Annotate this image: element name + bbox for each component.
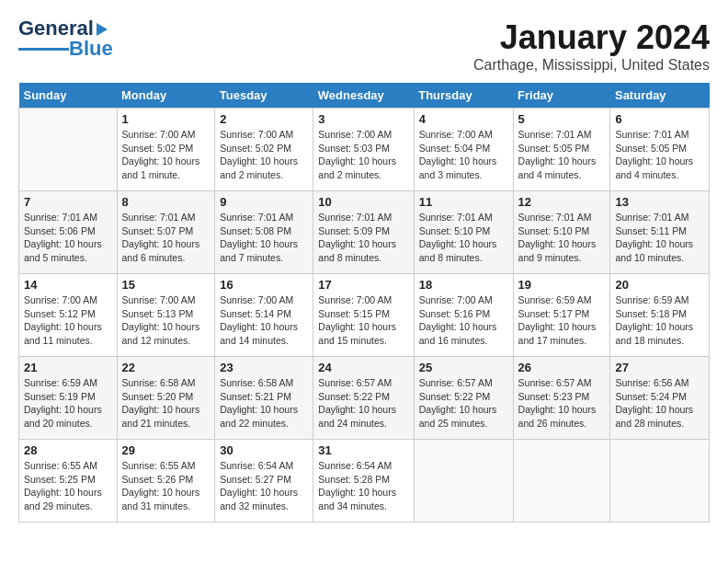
- calendar-week-4: 21Sunrise: 6:59 AM Sunset: 5:19 PM Dayli…: [19, 357, 710, 440]
- day-number: 31: [318, 443, 408, 457]
- calendar-cell: 27Sunrise: 6:56 AM Sunset: 5:24 PM Dayli…: [610, 357, 710, 440]
- calendar-cell: 11Sunrise: 7:01 AM Sunset: 5:10 PM Dayli…: [414, 191, 513, 274]
- day-number: 9: [220, 195, 308, 209]
- calendar-cell: 12Sunrise: 7:01 AM Sunset: 5:10 PM Dayli…: [513, 191, 610, 274]
- day-number: 18: [419, 278, 508, 292]
- day-info: Sunrise: 7:00 AM Sunset: 5:03 PM Dayligh…: [318, 128, 408, 182]
- calendar-cell: 8Sunrise: 7:01 AM Sunset: 5:07 PM Daylig…: [117, 191, 215, 274]
- logo: General Blue: [18, 18, 113, 61]
- day-info: Sunrise: 6:54 AM Sunset: 5:28 PM Dayligh…: [318, 459, 408, 513]
- calendar-table: SundayMondayTuesdayWednesdayThursdayFrid…: [18, 83, 710, 523]
- calendar-week-3: 14Sunrise: 7:00 AM Sunset: 5:12 PM Dayli…: [19, 274, 710, 357]
- calendar-cell: 31Sunrise: 6:54 AM Sunset: 5:28 PM Dayli…: [313, 440, 414, 523]
- day-info: Sunrise: 7:00 AM Sunset: 5:02 PM Dayligh…: [220, 128, 308, 182]
- day-number: 20: [615, 278, 704, 292]
- day-info: Sunrise: 7:00 AM Sunset: 5:02 PM Dayligh…: [122, 128, 210, 182]
- day-info: Sunrise: 6:55 AM Sunset: 5:25 PM Dayligh…: [24, 459, 112, 513]
- calendar-cell: [610, 440, 710, 523]
- calendar-cell: 5Sunrise: 7:01 AM Sunset: 5:05 PM Daylig…: [513, 109, 610, 191]
- weekday-header-row: SundayMondayTuesdayWednesdayThursdayFrid…: [19, 83, 710, 109]
- calendar-week-5: 28Sunrise: 6:55 AM Sunset: 5:25 PM Dayli…: [19, 440, 710, 523]
- day-info: Sunrise: 6:57 AM Sunset: 5:22 PM Dayligh…: [419, 376, 508, 431]
- calendar-cell: 26Sunrise: 6:57 AM Sunset: 5:23 PM Dayli…: [513, 357, 610, 440]
- calendar-cell: 22Sunrise: 6:58 AM Sunset: 5:20 PM Dayli…: [117, 357, 215, 440]
- day-info: Sunrise: 6:59 AM Sunset: 5:18 PM Dayligh…: [615, 293, 704, 348]
- day-info: Sunrise: 7:00 AM Sunset: 5:16 PM Dayligh…: [419, 293, 508, 348]
- day-number: 13: [615, 195, 704, 209]
- weekday-header-sunday: Sunday: [19, 83, 118, 109]
- day-number: 3: [318, 112, 408, 126]
- day-info: Sunrise: 6:57 AM Sunset: 5:22 PM Dayligh…: [318, 376, 408, 431]
- day-info: Sunrise: 7:00 AM Sunset: 5:14 PM Dayligh…: [220, 293, 308, 348]
- calendar-cell: [19, 109, 118, 191]
- day-info: Sunrise: 7:01 AM Sunset: 5:10 PM Dayligh…: [419, 211, 508, 265]
- day-info: Sunrise: 7:01 AM Sunset: 5:09 PM Dayligh…: [318, 211, 408, 265]
- day-number: 11: [419, 195, 508, 209]
- calendar-cell: [414, 440, 513, 523]
- day-info: Sunrise: 7:01 AM Sunset: 5:06 PM Dayligh…: [24, 211, 112, 265]
- title-section: January 2024 Carthage, Mississippi, Unit…: [473, 18, 710, 74]
- day-number: 1: [122, 112, 210, 126]
- calendar-cell: 17Sunrise: 7:00 AM Sunset: 5:15 PM Dayli…: [313, 274, 414, 357]
- day-info: Sunrise: 6:57 AM Sunset: 5:23 PM Dayligh…: [518, 376, 606, 431]
- calendar-cell: 16Sunrise: 7:00 AM Sunset: 5:14 PM Dayli…: [215, 274, 313, 357]
- calendar-cell: 14Sunrise: 7:00 AM Sunset: 5:12 PM Dayli…: [19, 274, 118, 357]
- calendar-cell: 25Sunrise: 6:57 AM Sunset: 5:22 PM Dayli…: [414, 357, 513, 440]
- calendar-cell: 18Sunrise: 7:00 AM Sunset: 5:16 PM Dayli…: [414, 274, 513, 357]
- calendar-cell: 1Sunrise: 7:00 AM Sunset: 5:02 PM Daylig…: [117, 109, 215, 191]
- day-number: 7: [24, 195, 112, 209]
- day-number: 27: [615, 361, 704, 374]
- day-number: 4: [419, 112, 508, 126]
- day-info: Sunrise: 7:01 AM Sunset: 5:10 PM Dayligh…: [518, 211, 606, 265]
- day-info: Sunrise: 7:00 AM Sunset: 5:15 PM Dayligh…: [318, 293, 408, 348]
- weekday-header-friday: Friday: [513, 83, 610, 109]
- calendar-cell: [513, 440, 610, 523]
- calendar-cell: 3Sunrise: 7:00 AM Sunset: 5:03 PM Daylig…: [313, 109, 414, 191]
- day-info: Sunrise: 6:59 AM Sunset: 5:17 PM Dayligh…: [518, 293, 606, 348]
- calendar-week-1: 1Sunrise: 7:00 AM Sunset: 5:02 PM Daylig…: [19, 109, 710, 191]
- calendar-cell: 13Sunrise: 7:01 AM Sunset: 5:11 PM Dayli…: [610, 191, 710, 274]
- page-header: General Blue January 2024 Carthage, Miss…: [18, 18, 710, 74]
- day-info: Sunrise: 6:58 AM Sunset: 5:20 PM Dayligh…: [122, 376, 210, 431]
- day-info: Sunrise: 7:00 AM Sunset: 5:12 PM Dayligh…: [24, 293, 112, 348]
- calendar-cell: 10Sunrise: 7:01 AM Sunset: 5:09 PM Dayli…: [313, 191, 414, 274]
- weekday-header-tuesday: Tuesday: [215, 83, 313, 109]
- day-number: 8: [122, 195, 210, 209]
- calendar-cell: 21Sunrise: 6:59 AM Sunset: 5:19 PM Dayli…: [19, 357, 118, 440]
- calendar-cell: 15Sunrise: 7:00 AM Sunset: 5:13 PM Dayli…: [117, 274, 215, 357]
- day-number: 30: [220, 443, 308, 457]
- weekday-header-wednesday: Wednesday: [313, 83, 414, 109]
- calendar-cell: 20Sunrise: 6:59 AM Sunset: 5:18 PM Dayli…: [610, 274, 710, 357]
- day-info: Sunrise: 7:01 AM Sunset: 5:05 PM Dayligh…: [518, 128, 606, 182]
- day-number: 2: [220, 112, 308, 126]
- day-info: Sunrise: 7:01 AM Sunset: 5:11 PM Dayligh…: [615, 211, 704, 265]
- calendar-cell: 9Sunrise: 7:01 AM Sunset: 5:08 PM Daylig…: [215, 191, 313, 274]
- calendar-cell: 24Sunrise: 6:57 AM Sunset: 5:22 PM Dayli…: [313, 357, 414, 440]
- calendar-cell: 23Sunrise: 6:58 AM Sunset: 5:21 PM Dayli…: [215, 357, 313, 440]
- weekday-header-monday: Monday: [117, 83, 215, 109]
- day-number: 14: [24, 278, 112, 292]
- month-title: January 2024: [473, 18, 710, 57]
- day-number: 17: [318, 278, 408, 292]
- day-info: Sunrise: 6:58 AM Sunset: 5:21 PM Dayligh…: [220, 376, 308, 431]
- weekday-header-saturday: Saturday: [610, 83, 710, 109]
- day-info: Sunrise: 6:55 AM Sunset: 5:26 PM Dayligh…: [122, 459, 210, 513]
- day-number: 5: [518, 112, 606, 126]
- calendar-cell: 19Sunrise: 6:59 AM Sunset: 5:17 PM Dayli…: [513, 274, 610, 357]
- calendar-cell: 4Sunrise: 7:00 AM Sunset: 5:04 PM Daylig…: [414, 109, 513, 191]
- day-number: 10: [318, 195, 408, 209]
- day-number: 12: [518, 195, 606, 209]
- calendar-cell: 29Sunrise: 6:55 AM Sunset: 5:26 PM Dayli…: [117, 440, 215, 523]
- day-number: 19: [518, 278, 606, 292]
- day-number: 28: [24, 443, 112, 457]
- calendar-week-2: 7Sunrise: 7:01 AM Sunset: 5:06 PM Daylig…: [19, 191, 710, 274]
- day-info: Sunrise: 7:01 AM Sunset: 5:05 PM Dayligh…: [615, 128, 704, 182]
- day-info: Sunrise: 6:59 AM Sunset: 5:19 PM Dayligh…: [24, 376, 112, 431]
- day-number: 21: [24, 361, 112, 374]
- calendar-cell: 30Sunrise: 6:54 AM Sunset: 5:27 PM Dayli…: [215, 440, 313, 523]
- calendar-cell: 6Sunrise: 7:01 AM Sunset: 5:05 PM Daylig…: [610, 109, 710, 191]
- day-number: 25: [419, 361, 508, 374]
- day-info: Sunrise: 6:56 AM Sunset: 5:24 PM Dayligh…: [615, 376, 704, 431]
- day-number: 22: [122, 361, 210, 374]
- day-number: 6: [615, 112, 704, 126]
